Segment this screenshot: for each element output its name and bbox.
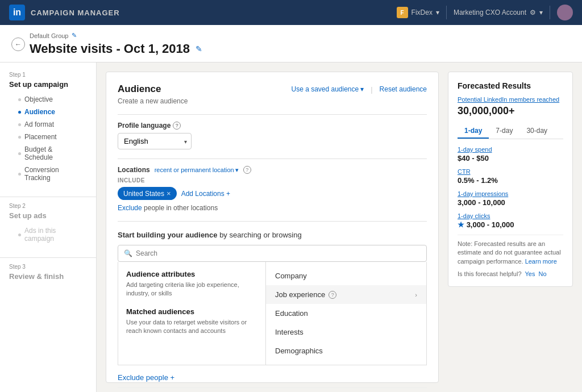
menu-item-demographics[interactable]: Demographics xyxy=(266,341,426,360)
menu-item-company[interactable]: Company xyxy=(266,266,426,285)
job-exp-label: Job experience xyxy=(275,290,325,299)
reset-audience-button[interactable]: Reset audience xyxy=(380,85,427,93)
edit-group-icon[interactable]: ✎ xyxy=(72,32,77,39)
tab-30day[interactable]: 30-day xyxy=(519,124,554,139)
forecast-learn-more[interactable]: Learn more xyxy=(525,258,557,265)
loc-divider xyxy=(118,221,427,222)
main-content: Audience Use a saved audience ▾ | Reset … xyxy=(97,62,582,392)
profile-language-label: Profile language ? xyxy=(118,122,427,130)
matched-desc: Use your data to retarget website visito… xyxy=(126,318,257,336)
sidebar-item-budget[interactable]: Budget & Schedule xyxy=(9,143,87,164)
language-help-icon[interactable]: ? xyxy=(173,122,181,130)
spend-label[interactable]: 1-day spend xyxy=(458,146,563,153)
sidebar-item-conversion[interactable]: Conversion Tracking xyxy=(9,164,87,184)
dot-active xyxy=(18,111,21,114)
nav-divider2 xyxy=(550,6,550,19)
sidebar-label-adformat: Ad format xyxy=(24,120,54,128)
use-saved-button[interactable]: Use a saved audience ▾ xyxy=(291,85,364,93)
company-chevron: ▾ xyxy=(436,9,439,16)
sidebar-label-ads: Ads in this campaign xyxy=(24,227,78,243)
company-label: Company xyxy=(275,272,307,280)
account-chevron: ▾ xyxy=(539,9,543,16)
dot-empty2 xyxy=(18,123,21,126)
sidebar-item-adformat[interactable]: Ad format xyxy=(9,118,87,131)
location-help-icon[interactable]: ? xyxy=(243,166,251,174)
step3-title: Review & finish xyxy=(9,272,87,281)
page-title: Website visits - Oct 1, 2018 xyxy=(30,41,190,56)
step1-label: Step 1 xyxy=(9,72,87,78)
job-exp-left: Job experience ? xyxy=(275,290,336,299)
attributes-table: Audience attributes Add targeting criter… xyxy=(118,262,427,365)
app-title: CAMPAIGN MANAGER xyxy=(31,9,120,17)
tab-7day[interactable]: 7-day xyxy=(489,124,519,139)
interests-label: Interests xyxy=(275,328,304,336)
marketing-account[interactable]: Marketing CXO Account ⚙ ▾ xyxy=(454,9,543,16)
clicks-label[interactable]: 1-day clicks xyxy=(458,212,563,219)
sidebar: Step 1 Set up campaign Objective Audienc… xyxy=(0,62,97,392)
helpful-no-button[interactable]: No xyxy=(538,270,546,277)
audience-search-box[interactable]: 🔍 xyxy=(118,245,427,262)
breadcrumb-group: Default Group xyxy=(30,32,68,39)
audience-search-input[interactable] xyxy=(136,249,421,257)
actions-divider: | xyxy=(371,85,372,94)
page-header: ← Default Group ✎ Website visits - Oct 1… xyxy=(0,25,582,62)
location-tag-label: United States xyxy=(123,190,164,198)
breadcrumb: Default Group ✎ xyxy=(30,32,202,39)
impressions-label[interactable]: 1-day impressions xyxy=(458,190,563,197)
builder-title: Start building your audience by searchin… xyxy=(118,231,427,239)
location-tags-row: United States × Add Locations + xyxy=(118,187,427,200)
helpful-yes-button[interactable]: Yes xyxy=(525,270,535,277)
sidebar-item-audience[interactable]: Audience xyxy=(9,106,87,118)
potential-label[interactable]: Potential LinkedIn members reached xyxy=(458,96,563,103)
ctr-value: 0.5% - 1.2% xyxy=(458,176,563,185)
location-type-label: recent or permanent location xyxy=(155,166,234,173)
lang-divider xyxy=(118,159,427,159)
exclude-link[interactable]: Exclude xyxy=(118,204,142,212)
education-label: Education xyxy=(275,309,308,318)
forecast-impressions: 1-day impressions 3,000 - 10,000 xyxy=(458,190,563,207)
location-type-button[interactable]: recent or permanent location ▾ xyxy=(155,166,239,174)
exclude-people-button[interactable]: Exclude people + xyxy=(118,373,427,382)
forecast-panel: Forecasted Results Potential LinkedIn me… xyxy=(448,72,573,383)
back-button[interactable]: ← xyxy=(11,37,25,51)
company-account[interactable]: F FixDex ▾ xyxy=(397,7,439,18)
ctr-label[interactable]: CTR xyxy=(458,168,563,175)
sidebar-step3: Step 3 Review & finish xyxy=(0,264,96,292)
job-exp-chevron: › xyxy=(415,291,417,298)
sidebar-label-conversion: Conversion Tracking xyxy=(24,166,78,182)
attributes-desc: Add targeting criteria like job experien… xyxy=(126,281,257,298)
use-saved-label: Use a saved audience xyxy=(291,85,359,93)
top-nav: in CAMPAIGN MANAGER F FixDex ▾ Marketing… xyxy=(0,0,582,25)
edit-title-icon[interactable]: ✎ xyxy=(196,44,202,53)
nav-right: F FixDex ▾ Marketing CXO Account ⚙ ▾ xyxy=(397,5,573,20)
sidebar-step2: Step 2 Set up ads Ads in this campaign xyxy=(0,203,96,252)
sidebar-item-objective[interactable]: Objective xyxy=(9,93,87,106)
job-exp-help-icon[interactable]: ? xyxy=(329,291,336,299)
locations-section: Locations recent or permanent location ▾… xyxy=(118,166,427,212)
sidebar-item-ads[interactable]: Ads in this campaign xyxy=(9,224,87,245)
menu-item-education[interactable]: Education xyxy=(266,304,426,323)
menu-item-interests[interactable]: Interests xyxy=(266,323,426,341)
menu-item-job-experience[interactable]: Job experience ? › xyxy=(266,285,426,304)
use-saved-chevron: ▾ xyxy=(360,85,364,93)
sidebar-label-budget: Budget & Schedule xyxy=(24,145,78,161)
step2-title: Set up ads xyxy=(9,211,87,220)
dot-empty6 xyxy=(18,233,21,236)
audience-divider xyxy=(118,114,427,115)
nav-divider xyxy=(446,6,447,19)
add-locations-button[interactable]: Add Locations + xyxy=(181,190,230,198)
exclude-row: Exclude people in other locations xyxy=(118,203,427,212)
location-type-chevron: ▾ xyxy=(235,166,239,174)
tab-1day[interactable]: 1-day xyxy=(458,124,489,139)
user-avatar[interactable] xyxy=(557,5,573,20)
sidebar-label-audience: Audience xyxy=(24,108,55,116)
remove-location-button[interactable]: × xyxy=(167,189,171,198)
sidebar-item-placement[interactable]: Placement xyxy=(9,131,87,143)
attributes-title: Audience attributes xyxy=(126,270,257,278)
locations-label: Locations xyxy=(118,166,150,174)
locations-header: Locations recent or permanent location ▾… xyxy=(118,166,427,174)
potential-value: 30,000,000+ xyxy=(458,105,563,117)
search-icon: 🔍 xyxy=(124,249,132,257)
language-select[interactable]: English xyxy=(118,133,192,149)
settings-icon: ⚙ xyxy=(530,9,536,16)
